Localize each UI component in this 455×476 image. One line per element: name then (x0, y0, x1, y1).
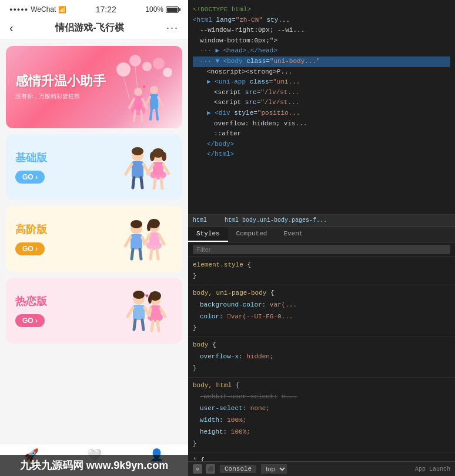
html-line-body[interactable]: ··· ▼ <body class="uni-body..." (193, 56, 450, 67)
svg-line-50 (125, 237, 131, 246)
svg-line-44 (150, 249, 152, 259)
svg-rect-56 (133, 305, 145, 320)
svg-line-18 (150, 109, 152, 119)
html-line-overflow: overflow: hidden; vis... (193, 119, 450, 129)
tab-computed[interactable]: Computed (228, 227, 276, 242)
console-btn-2[interactable]: ⬛ (206, 464, 215, 474)
svg-point-27 (132, 147, 143, 155)
svg-point-54 (131, 220, 142, 228)
battery-fill (167, 8, 178, 12)
selector-close-0: } (193, 271, 450, 282)
back-button[interactable]: ‹ (9, 21, 14, 35)
wifi-icon: 📶 (58, 6, 66, 14)
svg-line-68 (158, 321, 159, 331)
prop-bgcolor: background-color: var(... (193, 299, 450, 311)
prop-overflow: overflow-x: hidden; (193, 351, 450, 363)
scroll-area: 感情升温小助手 没有你，万般精彩皆枉然 (0, 40, 188, 444)
svg-point-11 (131, 106, 145, 115)
svg-line-53 (140, 249, 141, 259)
svg-line-19 (156, 109, 158, 119)
phone-panel: ●●●●● WeChat 📶 17:22 100% ‹ 情侣游戏-飞行棋 ···… (0, 0, 188, 476)
svg-point-47 (147, 223, 150, 231)
svg-line-52 (132, 249, 133, 259)
svg-line-38 (148, 174, 149, 174)
rule-element-style: element.style { } (188, 257, 455, 286)
html-line-noscript: <noscript><strong>P... (193, 67, 450, 78)
selector-body-html: body, html { (193, 380, 450, 392)
svg-line-23 (126, 164, 132, 174)
svg-line-25 (133, 178, 134, 188)
console-bar: ⊘ ⬛ Console top App Launch (188, 461, 455, 476)
selector-element-style: element.style { (193, 259, 450, 271)
svg-line-13 (141, 111, 142, 121)
html-line-script1: <script src="/lv/st... (193, 88, 450, 98)
rule-body: body { overflow-x: hidden; } (188, 337, 455, 377)
card-basic-go-button[interactable]: GO › (15, 171, 45, 184)
selector-body: body { (193, 339, 450, 351)
svg-point-41 (146, 241, 162, 250)
svg-point-1 (129, 55, 141, 66)
prop-user-select: user-select: none; (193, 403, 450, 415)
nav-bar: ‹ 情侣游戏-飞行棋 ··· (0, 16, 188, 40)
html-line-3: window-bottom:0px;"> (193, 36, 450, 46)
prop-width: width: 100%; (193, 415, 450, 427)
svg-line-60 (142, 320, 143, 329)
selector-body-uni: body, uni-page-body { (193, 288, 450, 299)
tab-event[interactable]: Event (275, 227, 311, 242)
banner-title: 感情升温小助手 (15, 74, 173, 89)
banner: 感情升温小助手 没有你，万般精彩皆枉然 (6, 46, 182, 128)
html-line-script2: <script src="/lv/st... (193, 98, 450, 108)
card-love-left: 热恋版 GO › (15, 294, 47, 327)
svg-line-51 (142, 237, 145, 244)
svg-line-26 (141, 178, 142, 188)
svg-line-45 (157, 249, 158, 259)
card-basic[interactable]: 基础版 GO › (6, 134, 182, 200)
svg-point-3 (153, 58, 165, 69)
more-button[interactable]: ··· (166, 22, 179, 34)
rule-body-html: body, html { -webkit-user-select: n... u… (188, 378, 455, 453)
card-advanced-go-button[interactable]: GO › (15, 242, 45, 255)
svg-point-30 (150, 170, 166, 179)
html-line-0: <!DOCTYPE html> (193, 5, 450, 15)
svg-line-59 (134, 320, 135, 329)
filter-input[interactable] (193, 245, 450, 254)
devtools-panel: <!DOCTYPE html> <html lang="zh-CN" sty..… (188, 0, 455, 476)
svg-text:♥: ♥ (145, 292, 149, 299)
styles-pane: element.style { } body, uni-page-body { … (188, 257, 455, 462)
banner-text: 感情升温小助手 没有你，万般精彩皆枉然 (15, 74, 173, 101)
console-buttons: ⊘ ⬛ (193, 464, 215, 474)
card-basic-image (120, 144, 173, 191)
svg-point-37 (162, 152, 166, 161)
svg-point-61 (133, 291, 145, 299)
selector-close-3: } (193, 438, 450, 450)
html-line-after: ::after (193, 129, 450, 139)
selector-close-2: } (193, 363, 450, 375)
love-couple-illustration: ♥ (120, 287, 173, 334)
html-line-2: --window-right:0px; --wi... (193, 25, 450, 36)
card-love[interactable]: 热恋版 GO › (6, 278, 182, 344)
page-title: 情侣游戏-飞行棋 (55, 22, 124, 34)
html-line-uniapp: ▶ <uni-app class="uni... (193, 77, 450, 88)
html-source-pane: <!DOCTYPE html> <html lang="zh-CN" sty..… (188, 0, 455, 215)
carrier-label: WeChat (31, 5, 56, 14)
card-love-image: ♥ (120, 287, 173, 334)
context-selector[interactable]: top (261, 464, 287, 474)
status-bar: ●●●●● WeChat 📶 17:22 100% (0, 0, 188, 16)
card-basic-name: 基础版 (15, 151, 47, 165)
rule-body-uni: body, uni-page-body { background-color: … (188, 285, 455, 337)
svg-line-34 (161, 179, 162, 188)
card-advanced[interactable]: 高阶版 GO › (6, 206, 182, 272)
basic-couple-illustration (120, 144, 173, 191)
card-love-name: 热恋版 (15, 294, 47, 308)
tab-styles[interactable]: Styles (188, 227, 228, 242)
html-line-html-close: </html> (193, 149, 450, 160)
card-advanced-image (120, 215, 173, 262)
console-btn-1[interactable]: ⊘ (193, 464, 202, 474)
card-love-go-button[interactable]: GO › (15, 314, 45, 327)
battery-percent: 100% (145, 5, 163, 14)
selector-star: * { (193, 455, 450, 461)
status-left: ●●●●● WeChat 📶 (9, 5, 66, 14)
card-advanced-name: 高阶版 (15, 222, 47, 237)
svg-line-33 (154, 179, 155, 188)
breadcrumb: html html body.uni-body.pages-f... (188, 215, 455, 227)
